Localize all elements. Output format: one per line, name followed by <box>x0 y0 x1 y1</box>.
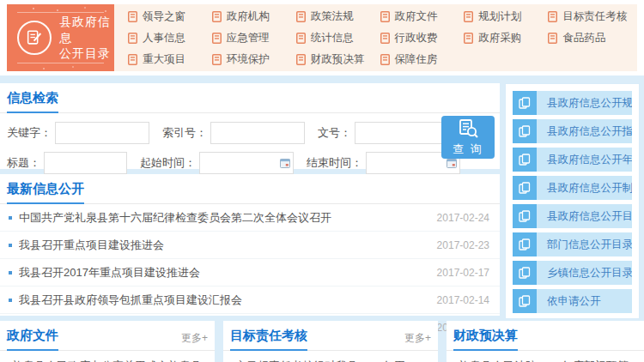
menu-item-label: 政策法规 <box>311 9 354 24</box>
news-row: 中国共产党礼泉县第十六届纪律检查委员会第二次全体会议召开2017-02-24 <box>0 204 500 232</box>
sidebar-item-label: 乡镇信息公开目录 <box>537 261 632 285</box>
sidebar-item-label: 依申请公开 <box>537 289 632 313</box>
menu-item-major-projects[interactable]: 重大项目 <box>128 52 212 67</box>
menu-item-food-drug[interactable]: 食品药品 <box>548 31 632 45</box>
menu-item-label: 重大项目 <box>143 52 185 67</box>
sidebar-item-department-directory[interactable]: 部门信息公开目录 <box>513 232 632 256</box>
menu-item-label: 食品药品 <box>562 31 605 45</box>
bottom-sections: 政府文件 更多+ 礼泉县人民政府办公室关于成立礼泉县 目标责任考核 更多+ 市目… <box>0 321 644 362</box>
fiscal-budget-title: 财政预决算 <box>453 328 518 351</box>
index-number-input[interactable] <box>210 122 305 144</box>
search-form: 关键字： 索引号： 文号： 标题： 起始时间： 结束时间： <box>0 113 500 174</box>
sidebar-item-disclosure-system[interactable]: 县政府信息公开制度 <box>513 176 632 200</box>
news-link[interactable]: 我县召开重点项目建设推进会 <box>19 238 428 253</box>
keyword-input[interactable] <box>55 122 149 144</box>
document-magnifier-icon <box>457 118 479 140</box>
menu-item-procurement[interactable]: 政府采购 <box>464 31 548 45</box>
target-assessment-title: 目标责任考核 <box>230 328 307 351</box>
calendar-icon[interactable] <box>447 158 457 168</box>
title-input[interactable] <box>44 152 127 174</box>
menu-item-target-assessment[interactable]: 目标责任考核 <box>548 9 632 24</box>
menu-item-statistics[interactable]: 统计信息 <box>296 31 380 45</box>
bullet-icon <box>9 271 12 275</box>
sidebar-item-apply-disclosure[interactable]: 依申请公开 <box>513 289 632 313</box>
fiscal-budget-item-link[interactable]: 礼泉县人民法院2017年度部门预算 <box>447 351 644 362</box>
constellation-dots-decoration <box>33 8 34 9</box>
fiscal-budget-header: 财政预决算 <box>447 321 644 351</box>
query-button-label: 查 询 <box>453 142 483 157</box>
news-section-header: 最新信息公开 <box>0 174 500 204</box>
clipboard-icon <box>548 11 557 22</box>
clipboard-icon <box>212 54 222 65</box>
menu-item-label: 政府文件 <box>395 9 438 24</box>
site-title-line1: 县政府信息 <box>59 14 114 46</box>
sidebar-item-label: 县政府信息公开目录 <box>537 204 632 228</box>
menu-item-fiscal-budget[interactable]: 财政预决算 <box>296 52 380 67</box>
menu-item-label: 环境保护 <box>227 52 270 67</box>
document-pen-icon <box>17 21 52 55</box>
calendar-icon[interactable] <box>280 158 290 168</box>
news-date: 2017-02-17 <box>437 267 489 279</box>
clipboard-icon <box>464 33 473 44</box>
menu-item-gov-documents[interactable]: 政府文件 <box>380 9 465 24</box>
news-link[interactable]: 中国共产党礼泉县第十六届纪律检查委员会第二次全体会议召开 <box>19 210 428 226</box>
sidebar: 县政府信息公开规定 县政府信息公开指南 县政府信息公开年报 县政府信息公开制度 … <box>505 83 640 319</box>
query-button[interactable]: 查 询 <box>441 116 495 159</box>
keyword-label: 关键字： <box>7 125 52 141</box>
menu-item-label: 政府机构 <box>227 9 270 24</box>
index-number-label: 索引号： <box>162 125 207 141</box>
news-row: 我县召开重点项目建设推进会2017-02-23 <box>0 232 500 259</box>
copy-document-icon <box>513 176 537 200</box>
clipboard-icon <box>296 11 306 22</box>
bullet-icon <box>9 244 12 247</box>
sidebar-item-disclosure-rules[interactable]: 县政府信息公开规定 <box>513 91 632 115</box>
clipboard-icon <box>464 11 473 22</box>
menu-item-planning[interactable]: 规划计划 <box>464 9 548 24</box>
menu-item-label: 保障住房 <box>395 52 438 67</box>
more-link[interactable]: 更多+ <box>181 331 208 346</box>
bullet-icon <box>9 216 12 220</box>
copy-document-icon <box>513 261 537 285</box>
news-link[interactable]: 我县召开县政府领导包抓重点项目建设汇报会 <box>19 293 428 308</box>
copy-document-icon <box>513 232 537 256</box>
header-menu: 领导之窗 政府机构 政策法规 政府文件 规划计划 目标责任考核 人事信息 应急管… <box>114 4 637 71</box>
news-section-title: 最新信息公开 <box>7 181 84 204</box>
news-date: 2017-02-14 <box>437 294 489 306</box>
menu-item-label: 应急管理 <box>227 31 270 45</box>
gov-documents-item-link[interactable]: 礼泉县人民政府办公室关于成立礼泉县 <box>0 351 215 362</box>
copy-document-icon <box>513 289 537 313</box>
target-assessment-item-link[interactable]: 市目标责任考核组对我县2016年工 <box>223 351 438 362</box>
menu-item-leadership[interactable]: 领导之窗 <box>128 9 212 24</box>
more-link[interactable]: 更多+ <box>404 331 431 346</box>
clipboard-icon <box>380 33 390 44</box>
news-row: 我县召开2017年重点项目建设推进会2017-02-17 <box>0 259 500 287</box>
menu-item-environment[interactable]: 环境保护 <box>212 52 296 67</box>
start-time-field <box>199 152 294 174</box>
site-title: 县政府信息 公开目录 <box>59 14 114 63</box>
search-section-header: 信息检索 <box>0 83 500 113</box>
sidebar-item-township-directory[interactable]: 乡镇信息公开目录 <box>513 261 632 285</box>
copy-document-icon <box>513 204 537 228</box>
sidebar-item-label: 县政府信息公开制度 <box>537 176 632 200</box>
sidebar-item-disclosure-guide[interactable]: 县政府信息公开指南 <box>513 119 632 143</box>
sidebar-item-annual-report[interactable]: 县政府信息公开年报 <box>513 148 632 172</box>
copy-document-icon <box>513 91 537 115</box>
doc-number-input[interactable] <box>355 122 449 144</box>
gov-documents-header: 政府文件 更多+ <box>0 321 215 351</box>
menu-item-policy-law[interactable]: 政策法规 <box>296 9 380 24</box>
menu-item-label: 政府采购 <box>478 31 521 45</box>
menu-item-housing[interactable]: 保障住房 <box>380 52 465 67</box>
menu-item-gov-org[interactable]: 政府机构 <box>212 9 296 24</box>
clipboard-icon <box>380 11 390 22</box>
sidebar-item-label: 部门信息公开目录 <box>537 232 632 256</box>
menu-item-personnel[interactable]: 人事信息 <box>128 31 212 45</box>
menu-item-label: 领导之窗 <box>143 9 185 24</box>
target-assessment-header: 目标责任考核 更多+ <box>223 321 438 351</box>
site-title-line2: 公开目录 <box>59 45 114 62</box>
gov-documents-section: 政府文件 更多+ 礼泉县人民政府办公室关于成立礼泉县 <box>0 321 215 362</box>
menu-item-emergency[interactable]: 应急管理 <box>212 31 296 45</box>
sidebar-item-county-directory[interactable]: 县政府信息公开目录 <box>513 204 632 228</box>
menu-item-admin-fees[interactable]: 行政收费 <box>380 31 465 45</box>
news-link[interactable]: 我县召开2017年重点项目建设推进会 <box>19 265 428 281</box>
menu-item-label: 目标责任考核 <box>562 9 627 24</box>
